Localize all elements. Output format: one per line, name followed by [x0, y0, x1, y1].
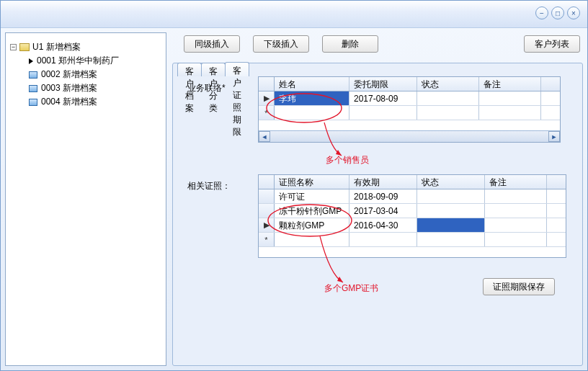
col-valid-until[interactable]: 有效期 [349, 175, 417, 189]
row-indicator-icon [259, 189, 275, 203]
node-icon [29, 85, 37, 92]
table-row[interactable]: ▶颗粒剂GMP2016-04-30 [259, 218, 566, 233]
horizontal-scrollbar[interactable]: ◄ ► [259, 130, 560, 142]
cell[interactable] [417, 189, 485, 203]
tree-node[interactable]: 0001 郑州华中制药厂 [29, 54, 161, 68]
cell-date[interactable]: 2017-08-09 [349, 91, 417, 105]
tree-node-label: 0002 新增档案 [41, 68, 97, 81]
cell[interactable] [417, 204, 485, 218]
grid-corner [259, 77, 275, 91]
app-window: − □ × − U1 新增档案 0001 郑州华中制药厂0002 新增档案000… [0, 0, 588, 371]
table-row[interactable]: 冻干粉针剂GMP2017-03-04 [259, 204, 566, 218]
maximize-button[interactable]: □ [551, 6, 564, 19]
row-indicator-icon: ▶ [259, 218, 275, 232]
scroll-left-icon[interactable]: ◄ [259, 131, 270, 142]
arrow-icon [29, 58, 33, 64]
close-button[interactable]: × [567, 6, 580, 19]
col-delegate-period[interactable]: 委托期限 [349, 77, 417, 91]
cell[interactable] [485, 204, 547, 218]
cell[interactable]: 冻干粉针剂GMP [275, 204, 349, 218]
cell-remark[interactable] [479, 91, 541, 105]
save-cert-period-button[interactable]: 证照期限保存 [483, 278, 555, 295]
new-row-icon: * [259, 106, 275, 120]
table-row-new[interactable]: * [259, 106, 560, 120]
certs-label: 相关证照： [187, 180, 231, 192]
grid-corner [259, 175, 275, 189]
client-list-button[interactable]: 客户列表 [524, 35, 580, 53]
tree-root[interactable]: − U1 新增档案 [10, 40, 161, 54]
col-remark[interactable]: 备注 [479, 77, 541, 91]
folder-icon [19, 43, 30, 51]
insert-child-level-button[interactable]: 下级插入 [253, 35, 309, 53]
col-status[interactable]: 状态 [417, 77, 479, 91]
insert-same-level-button[interactable]: 同级插入 [184, 35, 240, 53]
tree-panel: − U1 新增档案 0001 郑州华中制药厂0002 新增档案0003 新增档案… [5, 32, 166, 366]
tree-node-label: 0003 新增档案 [41, 82, 97, 94]
tree-node-label: 0001 郑州华中制药厂 [37, 55, 119, 67]
toolbar: 同级插入 下级插入 删除 客户列表 [172, 32, 583, 60]
collapse-icon[interactable]: − [10, 44, 17, 50]
col-cert-status[interactable]: 状态 [417, 175, 485, 189]
node-icon [29, 71, 37, 79]
table-row-new[interactable]: * [259, 233, 566, 247]
scroll-right-icon[interactable]: ► [548, 131, 560, 142]
cell[interactable]: 2018-09-09 [349, 189, 417, 203]
callout-gmp: 多个GMP证书 [324, 282, 378, 295]
cell-status[interactable] [417, 91, 479, 105]
minimize-button[interactable]: − [535, 6, 548, 19]
cell-name[interactable]: 李玮 [275, 91, 349, 105]
row-indicator-icon [259, 204, 275, 218]
titlebar: − □ × [1, 1, 587, 28]
col-name[interactable]: 姓名 [275, 77, 349, 91]
cell[interactable] [417, 218, 485, 232]
new-row-icon: * [259, 233, 275, 246]
node-icon [29, 99, 37, 106]
cell[interactable] [485, 189, 547, 203]
cell[interactable]: 2017-03-04 [349, 204, 417, 218]
tree-root-label: U1 新增档案 [32, 41, 81, 53]
row-indicator-icon: ▶ [259, 91, 275, 105]
callout-salesmen: 多个销售员 [326, 154, 369, 166]
tree-node[interactable]: 0002 新增档案 [29, 68, 161, 81]
tab-container: 客户档案 客户分类 客户证照期限 业务联络* 姓名 委托期限 状态 [172, 63, 583, 366]
cell[interactable]: 2016-04-30 [349, 218, 417, 232]
contacts-grid[interactable]: 姓名 委托期限 状态 备注 ▶ 李玮 2017-08-09 [258, 76, 561, 143]
table-row[interactable]: 许可证2018-09-09 [259, 189, 566, 204]
svg-marker-3 [337, 277, 343, 282]
certs-grid[interactable]: 证照名称 有效期 状态 备注 许可证2018-09-09冻干粉针剂GMP2017… [258, 174, 566, 258]
tree-node[interactable]: 0003 新增档案 [29, 81, 161, 95]
content-panel: 同级插入 下级插入 删除 客户列表 客户档案 客户分类 客户证照期限 业务联络* [172, 32, 583, 366]
table-row[interactable]: ▶ 李玮 2017-08-09 [259, 91, 560, 106]
delete-button[interactable]: 删除 [322, 35, 378, 53]
col-cert-name[interactable]: 证照名称 [275, 175, 349, 189]
tree-node-label: 0004 新增档案 [41, 96, 97, 108]
cell[interactable]: 许可证 [275, 189, 349, 203]
cell[interactable]: 颗粒剂GMP [275, 218, 349, 232]
cell[interactable] [485, 218, 547, 232]
tree-node[interactable]: 0004 新增档案 [29, 95, 161, 109]
col-cert-remark[interactable]: 备注 [485, 175, 547, 189]
contacts-label: 业务联络* [187, 82, 226, 94]
